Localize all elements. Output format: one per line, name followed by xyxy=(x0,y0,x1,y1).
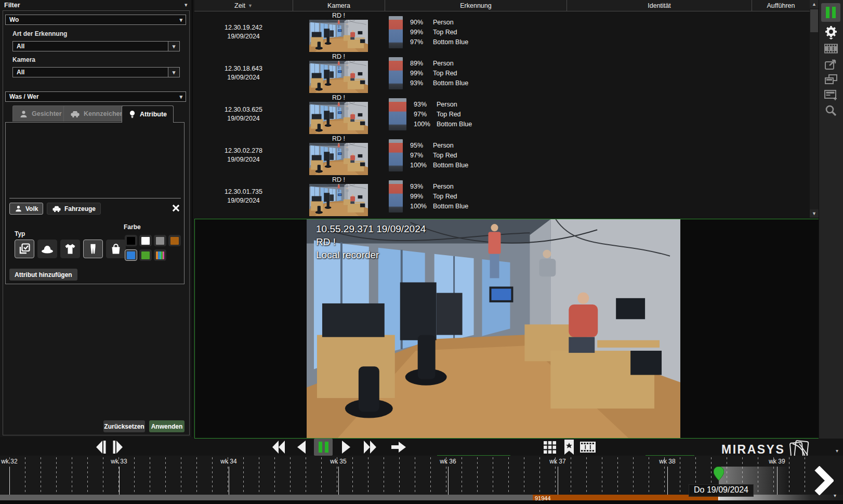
results-table-header: Zeit ▼ Kamera Erkennung Identität Auffüh… xyxy=(194,0,810,11)
playhead-pin-icon[interactable] xyxy=(714,467,724,481)
time-cell: 12.30.18.64319/09/2024 xyxy=(194,52,293,94)
play-backward-icon[interactable] xyxy=(296,440,307,454)
type-bag-button[interactable] xyxy=(106,240,126,258)
camera-thumbnail[interactable] xyxy=(309,20,368,52)
sort-descending-icon: ▼ xyxy=(248,3,253,8)
table-row[interactable]: 12.30.01.73519/09/2024 RD ! 93%Person 99… xyxy=(194,176,810,217)
pause-button[interactable] xyxy=(314,439,333,456)
type-hat-button[interactable] xyxy=(37,240,57,258)
fast-forward-icon[interactable] xyxy=(363,440,377,454)
column-header-time[interactable]: Zeit ▼ xyxy=(194,0,293,11)
camera-thumbnail[interactable] xyxy=(309,102,368,134)
detection-line: 99%Top Red xyxy=(410,193,468,200)
scrollbar-thumb[interactable] xyxy=(810,9,818,32)
color-swatch-black[interactable] xyxy=(125,235,137,246)
add-card-icon[interactable] xyxy=(824,89,838,101)
perform-cell xyxy=(752,176,810,217)
camera-filter-select[interactable]: All ▾ xyxy=(12,67,180,77)
remove-attribute-group-button[interactable] xyxy=(170,203,181,213)
search-icon[interactable] xyxy=(824,104,837,117)
detection-crop-thumbnail[interactable] xyxy=(389,57,403,89)
camera-thumbnail[interactable] xyxy=(309,143,368,175)
column-header-detection[interactable]: Erkennung xyxy=(385,0,567,11)
week-gridline xyxy=(119,467,120,495)
chevron-down-icon[interactable]: ▾ xyxy=(168,42,179,51)
color-swatch-white[interactable] xyxy=(139,235,152,246)
step-backward-icon[interactable] xyxy=(95,440,108,454)
camera-filter-value: All xyxy=(13,69,168,76)
detection-line: 95%Person xyxy=(410,142,468,149)
week-gridline xyxy=(558,467,558,495)
grid-view-icon[interactable] xyxy=(544,441,556,454)
swatch-fill xyxy=(127,237,135,245)
column-header-perform[interactable]: Aufführen xyxy=(752,0,810,11)
filter-collapse-icon[interactable]: ▾ xyxy=(185,2,188,7)
detection-cell: 90%Person 99%Top Red 97%Bottom Blue xyxy=(385,11,567,52)
play-icon[interactable] xyxy=(341,440,351,454)
results-scrollbar[interactable]: ▲ ▼ xyxy=(810,0,819,218)
detection-type-select[interactable]: All ▾ xyxy=(12,41,180,51)
week-label: wk 36 xyxy=(432,458,464,465)
column-header-identity[interactable]: Identität xyxy=(567,0,752,11)
swatch-fill xyxy=(156,251,164,259)
time-cell: 12.30.02.27819/09/2024 xyxy=(194,135,293,176)
brand-menu-caret-icon[interactable]: ▾ xyxy=(836,448,838,454)
settings-gear-icon[interactable] xyxy=(824,25,838,39)
playback-bar xyxy=(0,439,843,456)
type-all-button[interactable] xyxy=(15,240,34,258)
timeline[interactable]: wk 32 wk 33 wk 34 wk 35 wk 36 wk 37 wk 3… xyxy=(0,456,843,504)
timeline-pan-right-icon[interactable] xyxy=(814,466,834,495)
add-attribute-button[interactable]: Attribut hinzufügen xyxy=(9,269,77,281)
detection-crop-thumbnail[interactable] xyxy=(389,139,403,171)
color-swatch-gray[interactable] xyxy=(154,235,166,246)
week-label: wk 39 xyxy=(761,458,793,465)
table-row[interactable]: 12.30.02.27819/09/2024 RD ! 95%Person 97… xyxy=(194,135,810,176)
column-header-camera[interactable]: Kamera xyxy=(293,0,385,11)
bookmark-icon[interactable] xyxy=(563,440,575,455)
color-swatch-brown[interactable] xyxy=(168,235,181,246)
reset-button[interactable]: Zurücksetzen xyxy=(103,420,145,432)
table-row[interactable]: 12.30.19.24219/09/2024 RD ! 90%Person 99… xyxy=(194,11,810,52)
camera-cell: RD ! xyxy=(293,135,385,176)
scroll-up-icon[interactable]: ▲ xyxy=(810,0,819,8)
color-swatch-multi[interactable] xyxy=(154,249,166,261)
step-forward-icon[interactable] xyxy=(111,440,124,454)
rewind-icon[interactable] xyxy=(271,440,286,454)
where-section-header[interactable]: Wo ▾ xyxy=(5,15,186,25)
color-swatch-blue[interactable] xyxy=(125,249,137,261)
detection-crop-thumbnail[interactable] xyxy=(389,16,403,48)
camera-thumbnail[interactable] xyxy=(309,61,368,93)
detection-crop-thumbnail[interactable] xyxy=(389,98,406,130)
scroll-down-icon[interactable]: ▼ xyxy=(810,209,819,218)
people-category-button[interactable]: Volk xyxy=(9,203,43,215)
week-label: wk 34 xyxy=(213,458,244,465)
video-pane[interactable]: 10.55.29.371 19/09/2024 RD ! Local recor… xyxy=(194,219,820,439)
timeline-options-caret-icon[interactable]: ▾ xyxy=(834,493,836,498)
filmstrip-icon[interactable] xyxy=(580,442,596,453)
table-row[interactable]: 12.30.03.62519/09/2024 RD ! 93%Person 97… xyxy=(194,94,810,135)
column-label: Erkennung xyxy=(460,2,491,9)
cascade-windows-icon[interactable] xyxy=(824,74,838,86)
tab-license-plates[interactable]: Kennzeichen xyxy=(63,105,130,122)
filmstrip-panel-icon[interactable] xyxy=(824,44,838,54)
identity-cell xyxy=(567,94,752,135)
chevron-down-icon[interactable]: ▾ xyxy=(168,68,179,77)
tab-attributes[interactable]: Attribute xyxy=(122,105,174,123)
table-row[interactable]: 12.30.18.64319/09/2024 RD ! 89%Person 99… xyxy=(194,52,810,94)
detection-crop-thumbnail[interactable] xyxy=(389,180,403,213)
vehicles-category-button[interactable]: Fahrzeuge xyxy=(47,203,101,215)
export-icon[interactable] xyxy=(824,58,838,71)
bottom-edge-bar xyxy=(0,500,843,504)
what-who-section-header[interactable]: Was / Wer ▾ xyxy=(5,91,186,102)
color-swatch-green[interactable] xyxy=(139,249,152,261)
type-pants-button[interactable] xyxy=(83,240,103,258)
week-label: wk 33 xyxy=(103,458,135,465)
tab-faces[interactable]: Gesichter xyxy=(12,105,69,122)
camera-thumbnail[interactable] xyxy=(309,184,368,216)
type-shirt-button[interactable] xyxy=(60,240,80,258)
what-who-section-label: Was / Wer xyxy=(6,93,179,100)
column-label: Identität xyxy=(648,2,670,9)
pause-mode-button[interactable] xyxy=(821,3,840,22)
jump-forward-icon[interactable] xyxy=(391,440,406,454)
apply-button[interactable]: Anwenden xyxy=(149,420,185,432)
